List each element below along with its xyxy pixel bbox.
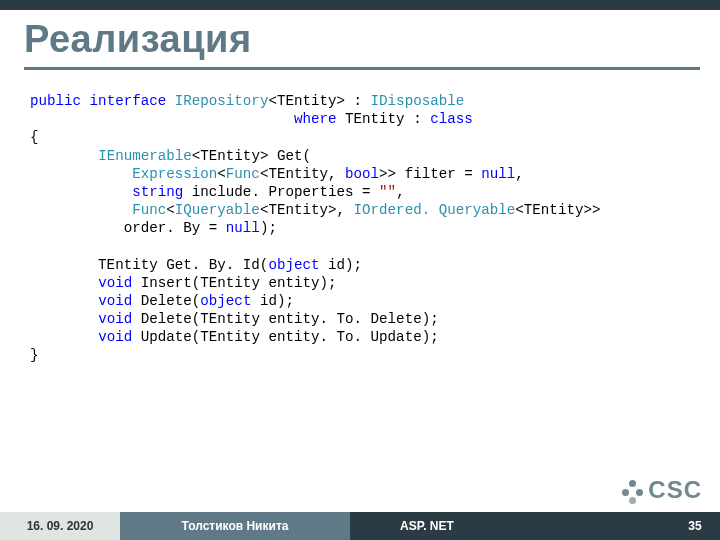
kw-void4: void [98, 329, 132, 345]
code-block: public interface IRepository<TEntity> : … [0, 74, 720, 540]
logo: CSC [620, 476, 702, 504]
kw-object2: object [200, 293, 251, 309]
title-wrap: Реализация [0, 10, 720, 74]
logo-icon [620, 477, 646, 503]
slide: Реализация public interface IRepository<… [0, 0, 720, 540]
kw-bool: bool [345, 166, 379, 182]
title-underline [24, 67, 700, 70]
footer-author: Толстиков Никита [120, 512, 350, 540]
footer: 16. 09. 2020 Толстиков Никита ASP. NET 3… [0, 512, 720, 540]
top-bar [0, 0, 720, 10]
kw-void3: void [98, 311, 132, 327]
kw-string: string [132, 184, 183, 200]
type-expression: Expression [132, 166, 217, 182]
kw-null: null [481, 166, 515, 182]
kw-object: object [268, 257, 319, 273]
kw-interface: interface [90, 93, 167, 109]
logo-text: CSC [648, 476, 702, 504]
type-idisposable: IDisposable [371, 93, 465, 109]
type-ienumerable: IEnumerable [98, 148, 192, 164]
kw-void1: void [98, 275, 132, 291]
str-empty: "" [379, 184, 396, 200]
kw-null2: null [226, 220, 260, 236]
type-func2: Func [132, 202, 166, 218]
type-iorderedqueryable: IOrdered. Queryable [354, 202, 516, 218]
footer-topic: ASP. NET [350, 512, 670, 540]
footer-page-number: 35 [670, 512, 720, 540]
type-irepository: IRepository [175, 93, 269, 109]
kw-public: public [30, 93, 81, 109]
slide-title: Реализация [24, 18, 700, 61]
type-iqueryable: IQueryable [175, 202, 260, 218]
kw-where: where [294, 111, 337, 127]
kw-void2: void [98, 293, 132, 309]
type-func: Func [226, 166, 260, 182]
footer-date: 16. 09. 2020 [0, 512, 120, 540]
kw-class: class [430, 111, 473, 127]
